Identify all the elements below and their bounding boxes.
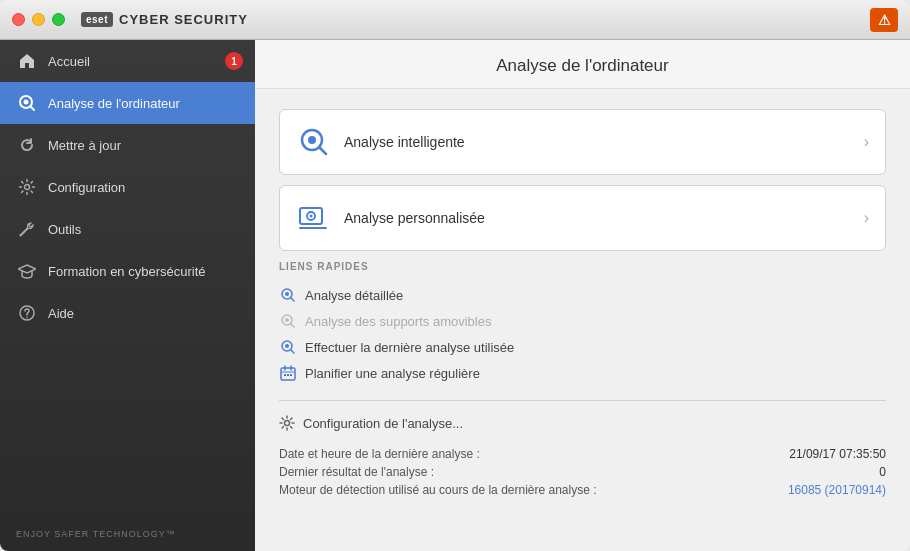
quick-link-amovibles: Analyse des supports amovibles <box>279 308 886 334</box>
quick-link-label-amovibles: Analyse des supports amovibles <box>305 314 491 329</box>
sidebar-item-configuration[interactable]: Configuration <box>0 166 255 208</box>
sidebar-footer: ENJOY SAFER TECHNOLOGY™ <box>0 517 255 551</box>
svg-point-18 <box>285 318 289 322</box>
custom-scan-icon <box>296 200 332 236</box>
sidebar-label-aide: Aide <box>48 306 74 321</box>
sidebar-label-analyse: Analyse de l'ordinateur <box>48 96 180 111</box>
info-label-1: Dernier résultat de l'analyse : <box>279 465 879 479</box>
quick-link-label-derniere: Effectuer la dernière analyse utilisée <box>305 340 514 355</box>
wrench-icon <box>16 218 38 240</box>
content-body: Analyse intelligente › Analyse personnal… <box>255 89 910 551</box>
svg-line-19 <box>291 324 295 328</box>
svg-rect-29 <box>290 374 292 376</box>
calendar-icon <box>279 364 297 382</box>
content-header: Analyse de l'ordinateur <box>255 40 910 89</box>
help-icon <box>16 302 38 324</box>
custom-scan-chevron: › <box>864 209 869 227</box>
sidebar-item-analyse[interactable]: Analyse de l'ordinateur <box>0 82 255 124</box>
divider <box>279 400 886 401</box>
info-row-0: Date et heure de la dernière analyse : 2… <box>279 445 886 463</box>
quick-link-detaillee[interactable]: Analyse détaillée <box>279 282 886 308</box>
sidebar-item-aide[interactable]: Aide <box>0 292 255 334</box>
quick-link-planifier[interactable]: Planifier une analyse régulière <box>279 360 886 386</box>
sidebar-item-accueil[interactable]: Accueil 1 <box>0 40 255 82</box>
svg-rect-27 <box>284 374 286 376</box>
refresh-icon <box>16 134 38 156</box>
minimize-button[interactable] <box>32 13 45 26</box>
main-layout: Accueil 1 Analyse de l'ordinateur <box>0 40 910 551</box>
sidebar-item-outils[interactable]: Outils <box>0 208 255 250</box>
sidebar-label-mettre: Mettre à jour <box>48 138 121 153</box>
home-icon <box>16 50 38 72</box>
svg-point-1 <box>24 100 29 105</box>
sidebar-nav: Accueil 1 Analyse de l'ordinateur <box>0 40 255 517</box>
smart-scan-icon <box>296 124 332 160</box>
svg-point-8 <box>308 136 316 144</box>
content-area: Analyse de l'ordinateur Analyse intellig… <box>255 40 910 551</box>
sidebar-label-formation: Formation en cybersécurité <box>48 264 206 279</box>
info-row-2: Moteur de détection utilisé au cours de … <box>279 481 886 499</box>
sidebar: Accueil 1 Analyse de l'ordinateur <box>0 40 255 551</box>
traffic-lights <box>12 13 65 26</box>
quick-link-label-detaillee: Analyse détaillée <box>305 288 403 303</box>
svg-rect-28 <box>287 374 289 376</box>
svg-line-2 <box>31 107 35 111</box>
app-title: CYBER SECURITY <box>119 12 248 27</box>
info-value-1: 0 <box>879 465 886 479</box>
analyse-intelligente-card[interactable]: Analyse intelligente › <box>279 109 886 175</box>
svg-point-3 <box>25 185 30 190</box>
scan-small-icon-1 <box>279 286 297 304</box>
svg-point-15 <box>285 292 289 296</box>
app-logo: eset CYBER SECURITY <box>81 12 248 27</box>
close-button[interactable] <box>12 13 25 26</box>
custom-scan-label: Analyse personnalisée <box>344 210 864 226</box>
config-gear-icon <box>279 415 295 431</box>
info-value-0: 21/09/17 07:35:50 <box>789 447 886 461</box>
scan-small-icon-2 <box>279 312 297 330</box>
svg-point-6 <box>26 317 28 319</box>
svg-point-21 <box>285 344 289 348</box>
sidebar-label-outils: Outils <box>48 222 81 237</box>
config-link-label: Configuration de l'analyse... <box>303 416 463 431</box>
quick-links-title: LIENS RAPIDES <box>279 261 886 272</box>
svg-line-9 <box>319 147 326 154</box>
quick-link-derniere[interactable]: Effectuer la dernière analyse utilisée <box>279 334 886 360</box>
svg-marker-4 <box>18 265 36 273</box>
svg-line-16 <box>291 298 295 302</box>
scan-small-icon-3 <box>279 338 297 356</box>
svg-point-30 <box>285 421 290 426</box>
sidebar-label-accueil: Accueil <box>48 54 90 69</box>
smart-scan-chevron: › <box>864 133 869 151</box>
maximize-button[interactable] <box>52 13 65 26</box>
info-value-2[interactable]: 16085 (20170914) <box>788 483 886 497</box>
titlebar: eset CYBER SECURITY ⚠ <box>0 0 910 40</box>
sidebar-label-configuration: Configuration <box>48 180 125 195</box>
scan-icon <box>16 92 38 114</box>
info-label-2: Moteur de détection utilisé au cours de … <box>279 483 788 497</box>
info-row-1: Dernier résultat de l'analyse : 0 <box>279 463 886 481</box>
accueil-badge: 1 <box>225 52 243 70</box>
warning-button[interactable]: ⚠ <box>870 8 898 32</box>
eset-badge: eset <box>81 12 113 27</box>
page-title: Analyse de l'ordinateur <box>275 56 890 76</box>
info-label-0: Date et heure de la dernière analyse : <box>279 447 789 461</box>
graduation-icon <box>16 260 38 282</box>
gear-icon <box>16 176 38 198</box>
smart-scan-label: Analyse intelligente <box>344 134 864 150</box>
sidebar-item-mettre[interactable]: Mettre à jour <box>0 124 255 166</box>
sidebar-item-formation[interactable]: Formation en cybersécurité <box>0 250 255 292</box>
svg-line-22 <box>291 350 295 354</box>
svg-point-13 <box>310 215 313 218</box>
analyse-personnalisee-card[interactable]: Analyse personnalisée › <box>279 185 886 251</box>
info-table: Date et heure de la dernière analyse : 2… <box>279 445 886 499</box>
config-link[interactable]: Configuration de l'analyse... <box>279 415 886 431</box>
quick-link-label-planifier: Planifier une analyse régulière <box>305 366 480 381</box>
